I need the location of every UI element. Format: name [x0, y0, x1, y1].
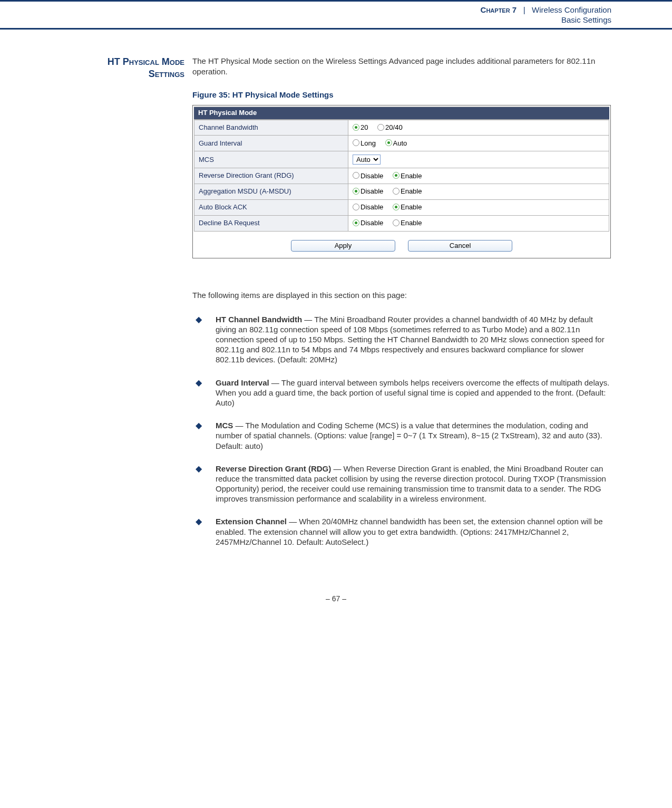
list-item: HT Channel Bandwidth — The Mini Broadban…: [192, 314, 611, 365]
list-item: Reverse Direction Grant (RDG) — When Rev…: [192, 464, 611, 504]
radio-amsdu-disable[interactable]: [353, 188, 359, 195]
row-guard-interval: Guard Interval Long Auto: [194, 136, 609, 151]
item-list: HT Channel Bandwidth — The Mini Broadban…: [192, 314, 611, 547]
label-rdg: Reverse Direction Grant (RDG): [194, 168, 348, 184]
radio-amsdu-enable[interactable]: [393, 188, 400, 195]
page-header: Chapter 7 | Wireless Configuration Basic…: [0, 0, 672, 30]
page-number: – 67 –: [0, 594, 672, 625]
header-subsection: Basic Settings: [0, 15, 611, 25]
list-item: Guard Interval — The guard interval betw…: [192, 378, 611, 408]
label-decline-ba: Decline BA Request: [194, 215, 348, 231]
header-separator: |: [523, 5, 525, 14]
screenshot-figure: HT Physical Mode Channel Bandwidth 20 20…: [192, 105, 611, 259]
row-decline-ba: Decline BA Request Disable Enable: [194, 215, 609, 231]
section-lead: The following items are displayed in thi…: [192, 290, 611, 300]
row-rdg: Reverse Direction Grant (RDG) Disable En…: [194, 168, 609, 184]
row-amsdu: Aggregation MSDU (A-MSDU) Disable Enable: [194, 184, 609, 200]
radio-guard-auto[interactable]: [385, 139, 392, 146]
label-guard-interval: Guard Interval: [194, 136, 348, 151]
figure-caption: Figure 35: HT Physical Mode Settings: [192, 90, 611, 100]
intro-paragraph: The HT Physical Mode section on the Wire…: [192, 56, 611, 76]
radio-ba-disable[interactable]: [353, 219, 359, 226]
cancel-button[interactable]: Cancel: [408, 240, 512, 252]
radio-ack-enable[interactable]: [393, 204, 400, 210]
label-mcs: MCS: [194, 151, 348, 168]
label-amsdu: Aggregation MSDU (A-MSDU): [194, 184, 348, 200]
chapter-label: Chapter 7: [481, 5, 517, 14]
row-mcs: MCS Auto: [194, 151, 609, 168]
label-channel-bandwidth: Channel Bandwidth: [194, 120, 348, 136]
radio-channel-bandwidth-2040[interactable]: [377, 124, 384, 131]
row-auto-block-ack: Auto Block ACK Disable Enable: [194, 200, 609, 216]
list-item: MCS — The Modulation and Coding Scheme (…: [192, 420, 611, 451]
side-heading: HT Physical Mode Settings: [69, 56, 192, 80]
radio-channel-bandwidth-20[interactable]: [353, 124, 359, 131]
list-item: Extension Channel — When 20/40MHz channe…: [192, 516, 611, 547]
radio-ba-enable[interactable]: [393, 219, 400, 226]
apply-button[interactable]: Apply: [291, 240, 395, 252]
select-mcs[interactable]: Auto: [353, 155, 381, 165]
radio-rdg-enable[interactable]: [393, 172, 400, 179]
label-auto-block-ack: Auto Block ACK: [194, 200, 348, 216]
radio-ack-disable[interactable]: [353, 204, 359, 210]
radio-guard-long[interactable]: [353, 139, 359, 146]
header-section: Wireless Configuration: [532, 5, 611, 14]
screenshot-title: HT Physical Mode: [194, 107, 609, 120]
radio-rdg-disable[interactable]: [353, 172, 359, 179]
row-channel-bandwidth: Channel Bandwidth 20 20/40: [194, 120, 609, 136]
